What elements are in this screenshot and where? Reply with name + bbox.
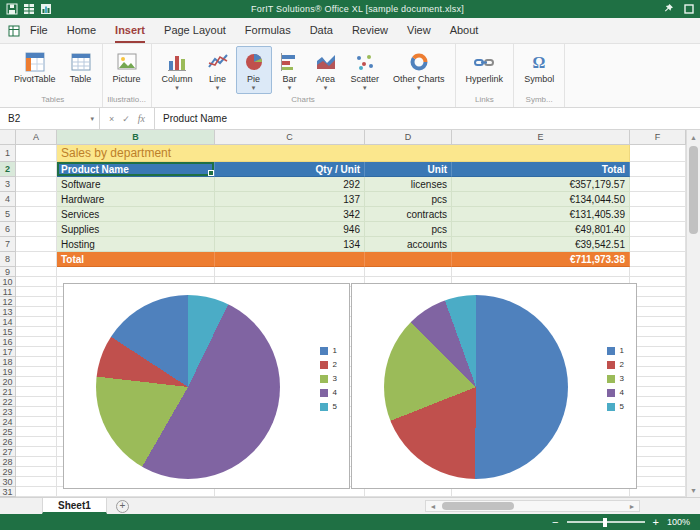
row-header-18[interactable]: 18 bbox=[0, 357, 16, 367]
cell-A16[interactable] bbox=[16, 337, 57, 347]
row-header-31[interactable]: 31 bbox=[0, 487, 16, 497]
cell-F16[interactable] bbox=[630, 337, 686, 347]
cell-F23[interactable] bbox=[630, 407, 686, 417]
cell-A3[interactable] bbox=[16, 177, 57, 192]
row-header-7[interactable]: 7 bbox=[0, 237, 16, 252]
scatter-chart-button[interactable]: Scatter ▾ bbox=[344, 46, 387, 94]
cell-C8[interactable] bbox=[215, 252, 365, 267]
cell-F28[interactable] bbox=[630, 457, 686, 467]
other-charts-button[interactable]: Other Charts ▾ bbox=[386, 46, 452, 94]
row-header-1[interactable]: 1 bbox=[0, 145, 16, 162]
row-header-4[interactable]: 4 bbox=[0, 192, 16, 207]
cell-A30[interactable] bbox=[16, 477, 57, 487]
cell-E2[interactable]: Total bbox=[452, 162, 630, 177]
column-chart-button[interactable]: Column ▾ bbox=[155, 46, 200, 94]
cell-A13[interactable] bbox=[16, 307, 57, 317]
cell-F6[interactable] bbox=[630, 222, 686, 237]
cell-F1[interactable] bbox=[630, 145, 686, 162]
cell-F8[interactable] bbox=[630, 252, 686, 267]
menu-tab-data[interactable]: Data bbox=[310, 18, 333, 43]
row-header-24[interactable]: 24 bbox=[0, 417, 16, 427]
row-header-13[interactable]: 13 bbox=[0, 307, 16, 317]
cell-C6[interactable]: 946 bbox=[215, 222, 365, 237]
chart-icon[interactable] bbox=[40, 3, 52, 15]
cell-F29[interactable] bbox=[630, 467, 686, 477]
horizontal-scrollbar[interactable]: ◄ ► bbox=[425, 500, 640, 512]
scroll-right-icon[interactable]: ► bbox=[625, 503, 639, 510]
row-header-29[interactable]: 29 bbox=[0, 467, 16, 477]
menu-tab-insert[interactable]: Insert bbox=[115, 18, 145, 43]
cell-E5[interactable]: €131,405.39 bbox=[452, 207, 630, 222]
cell-A26[interactable] bbox=[16, 437, 57, 447]
cell-F15[interactable] bbox=[630, 327, 686, 337]
cell-F13[interactable] bbox=[630, 307, 686, 317]
pie-left[interactable] bbox=[96, 295, 280, 479]
cell-D7[interactable]: accounts bbox=[365, 237, 452, 252]
cell-F30[interactable] bbox=[630, 477, 686, 487]
cell-F11[interactable] bbox=[630, 287, 686, 297]
cell-F4[interactable] bbox=[630, 192, 686, 207]
row-header-12[interactable]: 12 bbox=[0, 297, 16, 307]
row-header-28[interactable]: 28 bbox=[0, 457, 16, 467]
cell-E7[interactable]: €39,542.51 bbox=[452, 237, 630, 252]
row-header-27[interactable]: 27 bbox=[0, 447, 16, 457]
cell-E3[interactable]: €357,179.57 bbox=[452, 177, 630, 192]
menu-tab-review[interactable]: Review bbox=[352, 18, 388, 43]
cell-A1[interactable] bbox=[16, 145, 57, 162]
scroll-down-icon[interactable]: ▼ bbox=[687, 483, 700, 497]
picture-button[interactable]: Picture bbox=[106, 46, 148, 87]
cell-E8[interactable]: €711,973.38 bbox=[452, 252, 630, 267]
pie-chart-right[interactable]: 12345 bbox=[351, 283, 637, 489]
cell-F17[interactable] bbox=[630, 347, 686, 357]
cell-F24[interactable] bbox=[630, 417, 686, 427]
vertical-scroll-thumb[interactable] bbox=[689, 146, 698, 234]
row-header-26[interactable]: 26 bbox=[0, 437, 16, 447]
cell-B5[interactable]: Services bbox=[57, 207, 215, 222]
cell-A4[interactable] bbox=[16, 192, 57, 207]
chevron-down-icon[interactable]: ▾ bbox=[90, 115, 94, 123]
cell-F2[interactable] bbox=[630, 162, 686, 177]
zoom-in-button[interactable]: + bbox=[653, 517, 659, 528]
pie-chart-button[interactable]: Pie ▾ bbox=[236, 46, 272, 94]
cell-A24[interactable] bbox=[16, 417, 57, 427]
row-header-16[interactable]: 16 bbox=[0, 337, 16, 347]
cell-C9[interactable] bbox=[215, 267, 365, 277]
row-header-20[interactable]: 20 bbox=[0, 377, 16, 387]
cell-A17[interactable] bbox=[16, 347, 57, 357]
cell-F5[interactable] bbox=[630, 207, 686, 222]
grid-corner[interactable] bbox=[0, 130, 16, 145]
cell-F19[interactable] bbox=[630, 367, 686, 377]
table-button[interactable]: Table bbox=[63, 46, 99, 87]
cell-B9[interactable] bbox=[57, 267, 215, 277]
app-icon[interactable] bbox=[8, 18, 20, 43]
cell-A18[interactable] bbox=[16, 357, 57, 367]
cancel-icon[interactable]: × bbox=[109, 114, 114, 124]
row-header-17[interactable]: 17 bbox=[0, 347, 16, 357]
cell-D4[interactable]: pcs bbox=[365, 192, 452, 207]
cell-A21[interactable] bbox=[16, 387, 57, 397]
cell-C2[interactable]: Qty / Unit bbox=[215, 162, 365, 177]
maximize-icon[interactable] bbox=[684, 0, 694, 18]
formula-input[interactable]: Product Name bbox=[155, 108, 700, 129]
cell-B7[interactable]: Hosting bbox=[57, 237, 215, 252]
row-header-2[interactable]: 2 bbox=[0, 162, 16, 177]
cell-A2[interactable] bbox=[16, 162, 57, 177]
menu-tab-about[interactable]: About bbox=[450, 18, 479, 43]
horizontal-scroll-track[interactable] bbox=[440, 501, 625, 511]
row-header-11[interactable]: 11 bbox=[0, 287, 16, 297]
cell-A19[interactable] bbox=[16, 367, 57, 377]
zoom-slider[interactable] bbox=[567, 518, 645, 527]
pie-chart-left[interactable]: 12345 bbox=[63, 283, 350, 489]
cell-A28[interactable] bbox=[16, 457, 57, 467]
cell-A25[interactable] bbox=[16, 427, 57, 437]
hyperlink-button[interactable]: Hyperlink bbox=[459, 46, 511, 87]
cell-D3[interactable]: licenses bbox=[365, 177, 452, 192]
cell-F9[interactable] bbox=[630, 267, 686, 277]
row-header-6[interactable]: 6 bbox=[0, 222, 16, 237]
column-header-C[interactable]: C bbox=[215, 130, 365, 145]
cell-C5[interactable]: 342 bbox=[215, 207, 365, 222]
cell-F26[interactable] bbox=[630, 437, 686, 447]
cell-A12[interactable] bbox=[16, 297, 57, 307]
cell-A27[interactable] bbox=[16, 447, 57, 457]
row-header-23[interactable]: 23 bbox=[0, 407, 16, 417]
